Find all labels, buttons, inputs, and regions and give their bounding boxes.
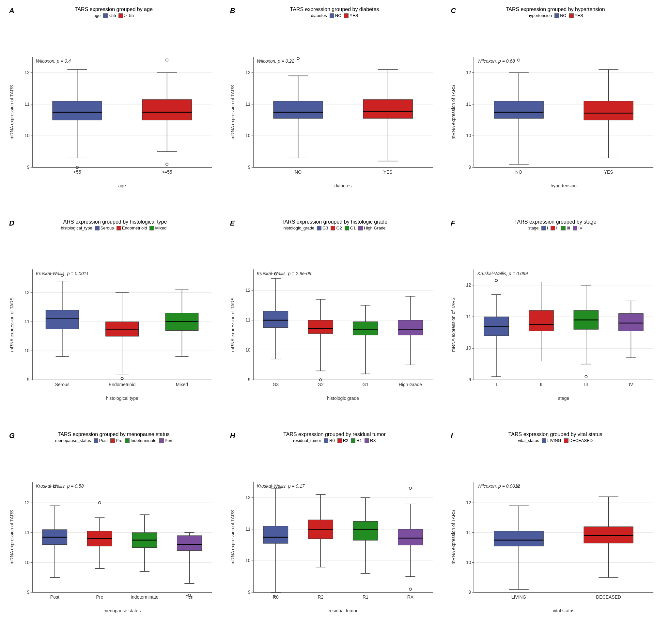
legend-item-Post: Post [94, 438, 108, 443]
legend-label-I: vital_status [518, 438, 539, 443]
legend-F: stageIIIIIIIV [528, 226, 583, 230]
svg-text:9: 9 [469, 377, 471, 382]
svg-text:Wilcoxon, p = 0.0012: Wilcoxon, p = 0.0012 [478, 484, 520, 489]
svg-text:Kruskal-Wallis, p = 2.9e-09: Kruskal-Wallis, p = 2.9e-09 [256, 271, 311, 276]
panel-label-F: F [451, 219, 455, 227]
svg-text:Kruskal-Wallis, p = 0.58: Kruskal-Wallis, p = 0.58 [36, 484, 84, 489]
svg-text:12: 12 [466, 282, 471, 288]
legend-label-B: diabetes [311, 13, 327, 18]
svg-text:mRNA expression of TARS: mRNA expression of TARS [9, 85, 14, 139]
legend-item-R2: R2 [338, 438, 348, 443]
svg-rect-181 [398, 320, 423, 335]
svg-text:histologic grade: histologic grade [327, 396, 359, 401]
panel-label-H: H [230, 432, 235, 440]
panel-title-B: TARS expression grouped by diabetes [290, 6, 379, 12]
legend-item-High Grade: High Grade [358, 226, 385, 230]
svg-rect-28 [142, 100, 191, 120]
svg-text:Pre: Pre [96, 594, 103, 600]
legend-text-Indeterminate: Indeterminate [130, 438, 157, 443]
panel-label-A: A [9, 6, 14, 15]
legend-color-NO [330, 13, 334, 18]
legend-item-RX: RX [365, 438, 376, 443]
chart-svg-G: 9101112mRNA expression of TARSKruskal-Wa… [9, 444, 219, 640]
chart-area-C: 9101112mRNA expression of TARSWilcoxon, … [450, 18, 660, 214]
svg-text:II: II [540, 382, 543, 387]
legend-color-II [551, 226, 555, 230]
svg-text:mRNA expression of TARS: mRNA expression of TARS [230, 297, 235, 352]
svg-text:mRNA expression of TARS: mRNA expression of TARS [230, 85, 235, 139]
chart-area-I: 9101112mRNA expression of TARSWilcoxon, … [450, 444, 660, 640]
svg-text:12: 12 [245, 70, 251, 75]
panel-B: BTARS expression grouped by diabetesdiab… [224, 3, 445, 216]
legend-label-D: histological_type [61, 226, 92, 230]
svg-text:11: 11 [466, 530, 471, 535]
svg-text:vital status: vital status [553, 608, 574, 613]
svg-text:9: 9 [248, 589, 250, 595]
legend-I: vital_statusLIVINGDECEASED [518, 438, 593, 443]
legend-label-A: age [94, 13, 101, 18]
legend-D: histological_typeSerousEndometrioidMixed [61, 226, 167, 230]
panel-title-D: TARS expression grouped by histological … [60, 219, 167, 225]
svg-text:age: age [118, 183, 126, 188]
svg-rect-118 [46, 310, 79, 329]
svg-text:Serous: Serous [55, 382, 70, 387]
legend-color-NO [554, 13, 559, 18]
svg-text:G2: G2 [317, 382, 324, 387]
svg-text:Wilcoxon, p = 0.22: Wilcoxon, p = 0.22 [256, 58, 294, 64]
legend-text-YES: YES [350, 13, 358, 18]
legend-item-R0: R0 [324, 438, 335, 443]
panel-I: ITARS expression grouped by vital status… [445, 428, 666, 641]
legend-item->=55: >=55 [118, 13, 134, 18]
svg-rect-315 [353, 521, 378, 540]
panel-title-H: TARS expression grouped by residual tumo… [283, 432, 386, 437]
chart-area-F: 9101112mRNA expression of TARSKruskal-Wa… [450, 231, 660, 427]
svg-point-30 [166, 163, 168, 166]
legend-text-NO: NO [335, 13, 342, 18]
legend-color-YES [344, 13, 348, 18]
legend-item-Pre: Pre [110, 438, 123, 443]
chart-svg-D: 9101112mRNA expression of TARSKruskal-Wa… [9, 231, 219, 427]
legend-text-G1: G1 [350, 226, 356, 230]
panel-D: DTARS expression grouped by histological… [3, 216, 224, 428]
panel-title-E: TARS expression grouped by histologic gr… [282, 219, 387, 225]
chart-area-G: 9101112mRNA expression of TARSKruskal-Wa… [9, 444, 219, 640]
svg-point-31 [166, 59, 168, 61]
legend-label-C: hypertension [528, 13, 552, 18]
legend-text-Mixed: Mixed [155, 226, 167, 230]
chart-area-B: 9101112mRNA expression of TARSWilcoxon, … [229, 18, 440, 214]
legend-item-Endometrioid: Endometrioid [116, 226, 147, 230]
panel-label-G: G [9, 432, 15, 440]
svg-text:Kruskal-Wallis, p = 0.0011: Kruskal-Wallis, p = 0.0011 [36, 271, 89, 276]
svg-text:High Grade: High Grade [398, 382, 422, 387]
panel-C: CTARS expression grouped by hypertension… [445, 3, 666, 216]
legend-color-Indeterminate [125, 438, 130, 443]
svg-text:11: 11 [245, 317, 251, 322]
chart-area-D: 9101112mRNA expression of TARSKruskal-Wa… [9, 231, 219, 427]
chart-svg-B: 9101112mRNA expression of TARSWilcoxon, … [229, 18, 440, 214]
legend-item-NO: NO [554, 13, 567, 18]
svg-text:10: 10 [25, 348, 30, 353]
legend-A: age<55>=55 [94, 13, 134, 18]
svg-text:10: 10 [245, 558, 251, 563]
svg-rect-300 [264, 526, 288, 544]
svg-rect-126 [106, 322, 139, 337]
legend-item-IV: IV [573, 226, 582, 230]
chart-area-A: 9101112mRNA expression of TARSWilcoxon, … [9, 18, 219, 214]
legend-color->=55 [118, 13, 123, 18]
svg-text:mRNA expression of TARS: mRNA expression of TARS [230, 510, 235, 564]
legend-text->=55: >=55 [124, 13, 134, 18]
panel-label-B: B [230, 6, 235, 15]
svg-rect-86 [494, 101, 543, 118]
chart-svg-I: 9101112mRNA expression of TARSWilcoxon, … [450, 444, 660, 640]
svg-text:Wilcoxon, p = 0.4: Wilcoxon, p = 0.4 [36, 58, 71, 64]
legend-text-YES: YES [575, 13, 583, 18]
legend-color-R2 [338, 438, 342, 443]
svg-text:11: 11 [245, 101, 251, 107]
legend-color-Mixed [150, 226, 154, 230]
legend-item-YES: YES [344, 13, 358, 18]
legend-text-II: II [556, 226, 558, 230]
svg-text:YES: YES [383, 169, 392, 174]
legend-text-Pre: Pre [116, 438, 123, 443]
panel-G: GTARS expression grouped by menopause st… [3, 428, 224, 641]
panel-label-I: I [451, 432, 453, 440]
